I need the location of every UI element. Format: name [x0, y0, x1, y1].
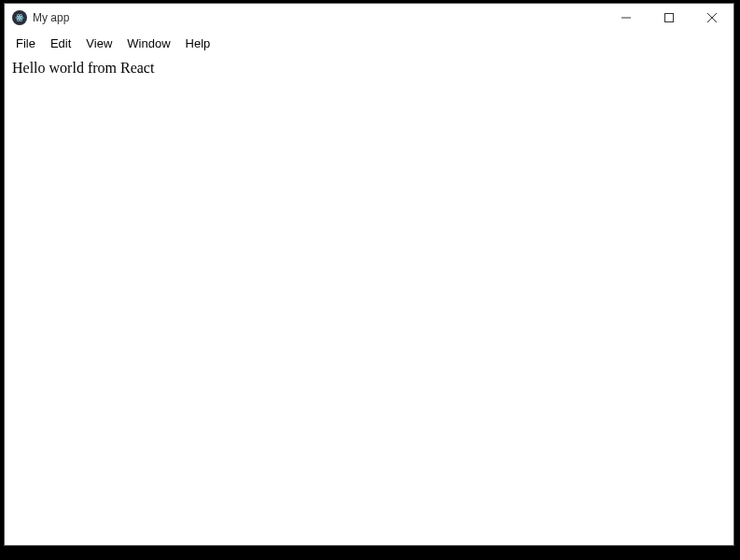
minimize-button[interactable]	[605, 4, 648, 32]
content-area: Hello world from React	[5, 54, 733, 545]
hello-text: Hello world from React	[12, 60, 726, 77]
menu-edit[interactable]: Edit	[43, 35, 78, 52]
app-icon	[12, 10, 27, 25]
svg-rect-5	[665, 14, 674, 22]
svg-point-0	[19, 17, 21, 19]
menu-view[interactable]: View	[78, 35, 119, 52]
titlebar[interactable]: My app	[5, 4, 733, 32]
menu-help[interactable]: Help	[178, 35, 218, 52]
menu-window[interactable]: Window	[119, 35, 177, 52]
menu-file[interactable]: File	[8, 35, 43, 52]
window-title: My app	[33, 11, 605, 24]
window-controls	[605, 4, 733, 32]
menubar: File Edit View Window Help	[5, 32, 733, 54]
app-window: My app File Edit View Window Help Hello …	[4, 3, 734, 546]
close-button[interactable]	[691, 4, 733, 32]
maximize-button[interactable]	[648, 4, 691, 32]
